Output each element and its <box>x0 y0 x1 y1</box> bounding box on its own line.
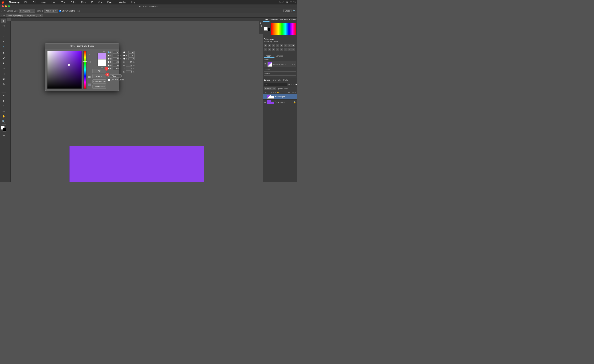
lasso-tool[interactable]: ⌒ <box>1 29 6 34</box>
saturation-radio[interactable] <box>108 55 109 56</box>
hex-input[interactable] <box>109 74 122 78</box>
green-radio[interactable] <box>108 65 109 66</box>
blur-tool[interactable]: ◎ <box>1 82 6 86</box>
apple-menu[interactable]: 🍎 <box>1 1 4 4</box>
tab-color[interactable]: Color <box>263 18 270 22</box>
pen-tool[interactable]: ✒ <box>1 93 6 98</box>
ok-button[interactable]: OK 2 <box>92 69 106 73</box>
sample-size-select[interactable]: Point Sample <box>19 9 35 13</box>
zoom-tool[interactable]: 🔍 <box>1 119 6 124</box>
blend-mode-select[interactable]: Normal <box>264 87 276 90</box>
gamut-warning-btn[interactable] <box>88 61 91 63</box>
dodge-tool[interactable]: ○ <box>1 87 6 92</box>
menu-view[interactable]: View <box>97 1 103 4</box>
menu-select[interactable]: Select <box>70 1 77 4</box>
layer-item-blend[interactable]: 👁 Blend Layer <box>263 94 297 99</box>
layers-search-input[interactable] <box>264 83 287 86</box>
panel-toggle-icon[interactable]: × ≫ <box>1 14 5 16</box>
k-input[interactable] <box>126 70 132 73</box>
tab-patterns[interactable]: Patterns <box>289 18 297 22</box>
eyedropper-tool[interactable]: ✐ <box>1 44 6 49</box>
gradient-map-adj[interactable]: ▥ <box>288 48 291 51</box>
menu-file[interactable]: File <box>23 1 29 4</box>
lock-move-icon[interactable]: ✛ <box>273 92 274 93</box>
color-balance-adj[interactable]: ⧖ <box>288 44 291 47</box>
b3-input[interactable] <box>128 57 135 60</box>
levels-adj[interactable]: ▪ <box>268 44 271 47</box>
hue-sat-adj[interactable]: ☯ <box>284 44 287 47</box>
red-input[interactable] <box>113 61 119 63</box>
bw-adj[interactable]: ◑ <box>291 44 295 47</box>
curves-adj[interactable]: ~ <box>272 44 275 47</box>
layers-filter-type[interactable]: Aa <box>288 84 290 86</box>
brush-icon[interactable]: ✏ <box>4 10 6 12</box>
density-slider[interactable] <box>264 71 296 72</box>
lock-all-icon[interactable]: 🔒 <box>277 92 279 93</box>
menu-edit[interactable]: Edit <box>32 1 37 4</box>
menu-filter[interactable]: Filter <box>80 1 87 4</box>
hue-radio[interactable] <box>108 51 109 53</box>
rectangular-marquee-tool[interactable]: ⬚ <box>1 24 6 28</box>
clone-stamp-tool[interactable]: ✱ <box>1 61 6 66</box>
eraser-tool[interactable]: ◻ <box>1 71 6 76</box>
tab-properties[interactable]: Properties <box>264 54 275 58</box>
brightness-input[interactable] <box>113 57 119 60</box>
path-selection-tool[interactable]: ↗ <box>1 103 6 108</box>
feather-slider[interactable] <box>264 75 296 76</box>
tab-gradients[interactable]: Gradients <box>279 18 289 22</box>
hue-bar[interactable] <box>83 51 87 89</box>
color-lookup-adj[interactable]: ▦ <box>272 48 275 51</box>
a-input[interactable] <box>128 54 135 57</box>
history-brush-tool[interactable]: ↩ <box>1 66 6 71</box>
layer-visibility-blend[interactable]: 👁 <box>264 96 266 98</box>
rectangle-tool[interactable]: ▭ <box>1 109 6 113</box>
tab-layers[interactable]: Layers <box>263 78 271 82</box>
channel-mixer-adj[interactable]: ≡ <box>268 48 271 51</box>
quick-select-tool[interactable]: ⌗ <box>1 34 6 39</box>
tab-swatches[interactable]: Swatches <box>270 18 279 22</box>
l-radio[interactable] <box>123 51 125 53</box>
extra-btn[interactable] <box>88 84 91 86</box>
background-color[interactable] <box>3 128 6 132</box>
menu-plugins[interactable]: Plugins <box>106 1 115 4</box>
minimize-button[interactable] <box>5 5 7 7</box>
brush-tool[interactable]: 🖌 <box>1 56 6 61</box>
share-button[interactable]: Share <box>284 9 291 12</box>
cancel-button[interactable]: Cancel <box>92 74 106 78</box>
lock-artboard-icon[interactable]: ⧉ <box>275 91 276 93</box>
extra-tools-btn[interactable]: ⋯ <box>1 133 6 138</box>
menu-image[interactable]: Image <box>40 1 48 4</box>
selective-color-adj[interactable]: ⊞ <box>291 48 295 51</box>
mask-options-icon[interactable]: ⚙ <box>294 63 295 65</box>
close-button[interactable] <box>2 5 4 7</box>
maximize-button[interactable] <box>8 5 10 7</box>
search-icon[interactable]: 🔍 <box>293 9 296 12</box>
red-radio[interactable] <box>108 61 109 63</box>
layers-filter-adj[interactable]: ◑ <box>293 84 294 86</box>
home-icon[interactable]: ⌂ <box>1 10 3 12</box>
healing-brush-tool[interactable]: ⊕ <box>1 51 6 55</box>
web-safe-btn[interactable] <box>88 76 91 78</box>
crop-tool[interactable]: ⤡ <box>1 39 6 44</box>
move-tool[interactable]: ✛ <box>1 19 6 23</box>
l-input[interactable] <box>128 51 135 54</box>
doc-tab-close[interactable]: × <box>40 14 41 16</box>
text-tool[interactable]: T <box>1 98 6 103</box>
y-input[interactable] <box>126 67 132 70</box>
brightness-contrast-adj[interactable]: ☀ <box>264 44 267 47</box>
menu-type[interactable]: Type <box>60 1 67 4</box>
green-input[interactable] <box>113 64 119 67</box>
fg-color-chip[interactable] <box>264 27 268 31</box>
a-radio[interactable] <box>123 55 125 56</box>
exposure-adj[interactable]: ◎ <box>276 44 279 47</box>
menu-help[interactable]: Help <box>130 1 136 4</box>
bg-color-chip[interactable] <box>267 28 270 31</box>
menu-layer[interactable]: Layer <box>50 1 58 4</box>
tab-libraries[interactable]: Libraries <box>275 54 284 58</box>
add-to-swatches-button[interactable]: Add to Swatches <box>92 79 106 84</box>
vibrance-adj[interactable]: ▲ <box>280 44 283 47</box>
hand-tool[interactable]: ✋ <box>1 114 6 119</box>
hue-input[interactable] <box>113 51 119 54</box>
show-sampling-ring-checkbox[interactable] <box>59 10 61 12</box>
color-swatch-group[interactable] <box>1 126 6 132</box>
